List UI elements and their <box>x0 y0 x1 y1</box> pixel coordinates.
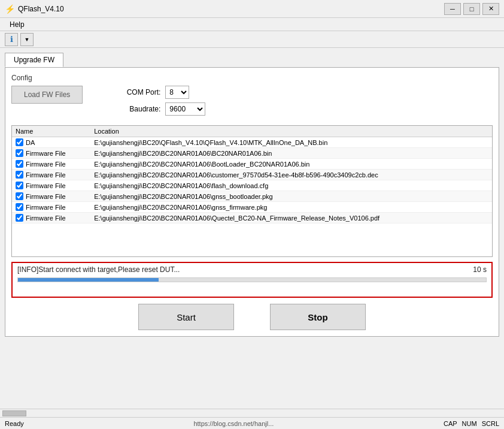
table-cell-name: DA <box>12 137 90 148</box>
stop-button[interactable]: Stop <box>270 304 366 330</box>
minimize-button[interactable]: ─ <box>444 3 461 15</box>
status-text: Ready <box>5 420 24 427</box>
table-cell-location: E:\gujianshengji\BC20\BC20NAR01A06\gnss_… <box>90 202 492 213</box>
table-row: Firmware File E:\gujianshengji\BC20\BC20… <box>12 159 492 170</box>
table-cell-location: E:\gujianshengji\BC20\QFlash_V4.10\QFlas… <box>90 137 492 148</box>
file-checkbox[interactable] <box>16 171 23 179</box>
progress-bar-outer <box>17 277 487 282</box>
table-row: Firmware File E:\gujianshengji\BC20\BC20… <box>12 148 492 159</box>
file-name: Firmware File <box>26 193 66 200</box>
app-icon: ⚡ <box>5 4 14 14</box>
file-table: Name Location DA E:\gujianshengji\BC20\Q… <box>12 126 492 223</box>
tab-upgrade-fw[interactable]: Upgrade FW <box>5 53 63 67</box>
file-name: Firmware File <box>26 182 66 189</box>
table-row: Firmware File E:\gujianshengji\BC20\BC20… <box>12 191 492 202</box>
window-controls: ─ □ ✕ <box>444 3 499 15</box>
maximize-button[interactable]: □ <box>463 3 480 15</box>
num-indicator: NUM <box>462 420 477 427</box>
file-table-container: Name Location DA E:\gujianshengji\BC20\Q… <box>11 125 493 257</box>
table-cell-location: E:\gujianshengji\BC20\BC20NAR01A06\gnss_… <box>90 191 492 202</box>
file-checkbox[interactable] <box>16 149 23 157</box>
file-checkbox[interactable] <box>16 192 23 200</box>
table-row: Firmware File E:\gujianshengji\BC20\BC20… <box>12 213 492 223</box>
file-checkbox[interactable] <box>16 214 23 222</box>
table-cell-location: E:\gujianshengji\BC20\BC20NAR01A06\BootL… <box>90 159 492 170</box>
caps-indicator: CAP <box>444 420 457 427</box>
info-icon: ℹ <box>10 35 13 44</box>
title-bar: ⚡ QFlash_V4.10 ─ □ ✕ <box>0 0 504 18</box>
status-url: https://blog.csdn.net/hanjl... <box>193 420 274 427</box>
scrollbar-thumb[interactable] <box>2 410 26 416</box>
info-area: [INFO]Start connect with target,Please r… <box>11 262 493 298</box>
table-cell-name: Firmware File <box>12 191 90 202</box>
baudrate-select[interactable]: 9600 1920038400 57600115200 <box>165 102 205 116</box>
com-port-select[interactable]: 8 123 456 7910 <box>165 86 189 99</box>
close-button[interactable]: ✕ <box>482 3 499 15</box>
status-bar-right: CAP NUM SCRL <box>444 420 499 427</box>
file-checkbox[interactable] <box>16 203 23 211</box>
file-name: Firmware File <box>26 161 66 168</box>
file-name: Firmware File <box>26 171 66 179</box>
menu-bar: Help <box>0 18 504 31</box>
table-cell-name: Firmware File <box>12 148 90 159</box>
table-cell-name: Firmware File <box>12 170 90 180</box>
table-row: Firmware File E:\gujianshengji\BC20\BC20… <box>12 202 492 213</box>
horizontal-scrollbar[interactable] <box>0 409 504 417</box>
table-cell-name: Firmware File <box>12 213 90 223</box>
col-location: Location <box>90 126 492 137</box>
com-port-row: COM Port: 8 123 456 7910 <box>119 86 205 99</box>
table-cell-name: Firmware File <box>12 202 90 213</box>
file-name: DA <box>26 139 35 146</box>
progress-bar-inner <box>18 278 159 282</box>
config-section-label: Config <box>11 74 493 82</box>
table-cell-location: E:\gujianshengji\BC20\BC20NAR01A06\custo… <box>90 170 492 180</box>
col-name: Name <box>12 126 90 137</box>
table-row: Firmware File E:\gujianshengji\BC20\BC20… <box>12 170 492 180</box>
upper-section: Load FW Files COM Port: 8 123 456 7910 B… <box>11 86 493 119</box>
tab-bar: Upgrade FW <box>5 53 499 67</box>
content-panel: Config Load FW Files COM Port: 8 123 456… <box>5 67 499 337</box>
table-row: Firmware File E:\gujianshengji\BC20\BC20… <box>12 180 492 191</box>
file-checkbox[interactable] <box>16 160 23 168</box>
table-row: DA E:\gujianshengji\BC20\QFlash_V4.10\QF… <box>12 137 492 148</box>
main-container: Upgrade FW Config Load FW Files COM Port… <box>0 48 504 342</box>
info-button[interactable]: ℹ <box>5 33 18 46</box>
toolbar: ℹ ▼ <box>0 31 504 48</box>
file-name: Firmware File <box>26 214 66 222</box>
file-name: Firmware File <box>26 204 66 211</box>
file-name: Firmware File <box>26 150 66 157</box>
table-cell-location: E:\gujianshengji\BC20\BC20NAR01A06\BC20N… <box>90 148 492 159</box>
app-title: QFlash_V4.10 <box>18 5 64 13</box>
com-baudrate-config: COM Port: 8 123 456 7910 Baudrate: 9600 … <box>107 86 205 119</box>
dropdown-button[interactable]: ▼ <box>20 33 34 46</box>
table-cell-name: Firmware File <box>12 180 90 191</box>
table-cell-name: Firmware File <box>12 159 90 170</box>
com-port-label: COM Port: <box>119 88 160 96</box>
file-checkbox[interactable] <box>16 138 23 146</box>
info-message: [INFO]Start connect with target,Please r… <box>17 265 180 274</box>
menu-help[interactable]: Help <box>5 19 29 30</box>
action-buttons: Start Stop <box>11 304 493 330</box>
chevron-down-icon: ▼ <box>25 37 30 43</box>
table-cell-location: E:\gujianshengji\BC20\BC20NAR01A06\flash… <box>90 180 492 191</box>
load-fw-button[interactable]: Load FW Files <box>11 86 83 104</box>
file-checkbox[interactable] <box>16 182 23 189</box>
baudrate-row: Baudrate: 9600 1920038400 57600115200 <box>119 102 205 116</box>
info-timer: 10 s <box>473 265 487 274</box>
scrl-indicator: SCRL <box>482 420 499 427</box>
start-button[interactable]: Start <box>138 304 234 330</box>
table-cell-location: E:\gujianshengji\BC20\BC20NAR01A06\Quect… <box>90 213 492 223</box>
status-bar: Ready https://blog.csdn.net/hanjl... CAP… <box>0 417 504 429</box>
baudrate-label: Baudrate: <box>119 105 160 113</box>
